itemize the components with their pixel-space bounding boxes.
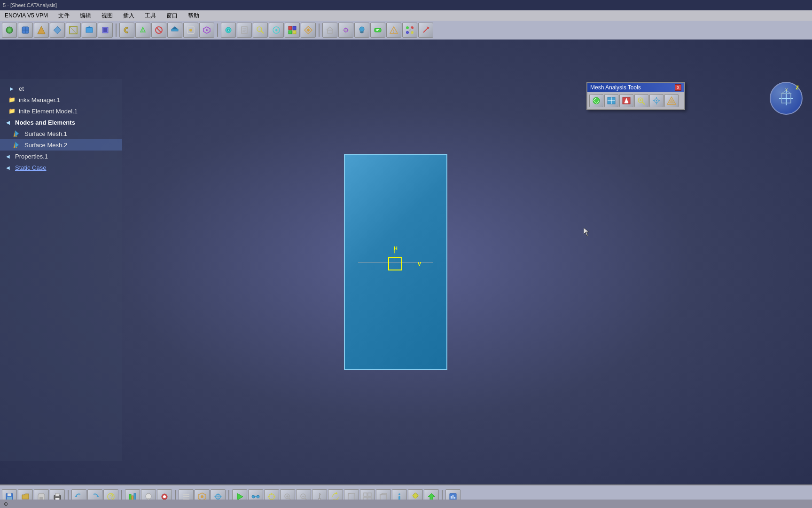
svg-point-103 (146, 493, 151, 499)
toolbar-btn-10[interactable] (151, 23, 166, 38)
tree-item-surface-mesh-2[interactable]: Surface Mesh.2 (0, 139, 122, 151)
toolbar-btn-18[interactable] (285, 23, 300, 38)
toolbar-btn-13[interactable] (199, 23, 214, 38)
svg-line-72 (642, 102, 645, 104)
svg-marker-151 (428, 493, 435, 500)
ma-btn-mesh[interactable] (589, 94, 603, 107)
toolbar-btn-20[interactable] (322, 23, 337, 38)
toolbar-btn-5[interactable] (66, 23, 81, 38)
mesh-analysis-tools-panel: Mesh Analysis Tools X (586, 82, 685, 110)
svg-line-60 (423, 28, 428, 32)
menu-file[interactable]: 文件 (55, 11, 72, 21)
ma-btn-quality[interactable] (604, 94, 618, 107)
toolbar-btn-9[interactable] (135, 23, 150, 38)
menu-bar: ENOVIA V5 VPM 文件 编辑 视图 插入 工具 窗口 帮助 (0, 10, 812, 21)
svg-point-75 (656, 100, 657, 102)
compass-indicator: Z Y (770, 82, 803, 115)
svg-rect-9 (86, 28, 93, 32)
svg-rect-37 (289, 31, 292, 34)
toolbar-btn-24[interactable] (386, 23, 401, 38)
toolbar-btn-4[interactable] (50, 23, 65, 38)
toolbar-btn-21[interactable] (338, 23, 353, 38)
tree-item-set[interactable]: ▶ et (0, 83, 122, 94)
svg-point-24 (206, 29, 208, 31)
svg-rect-36 (293, 26, 296, 30)
tree-arrow3-icon: ◀ (4, 152, 12, 160)
menu-window[interactable]: 窗口 (164, 11, 180, 21)
tree-item-links-manager[interactable]: 📁 inks Manager.1 (0, 94, 122, 105)
svg-point-22 (189, 29, 192, 32)
toolbar-btn-2[interactable] (18, 23, 33, 38)
toolbar-btn-22[interactable] (354, 23, 369, 38)
mesh-analysis-tools-row (587, 92, 684, 109)
toolbar-btn-23[interactable] (370, 23, 385, 38)
toolbar-sep-2 (217, 24, 218, 37)
svg-rect-138 (368, 493, 371, 496)
svg-rect-90 (8, 493, 11, 496)
tree-item-nodes-elements[interactable]: ◀ Nodes and Elements (0, 117, 122, 128)
main-viewport[interactable]: ▶ et 📁 inks Manager.1 📁 inite Element Mo… (0, 40, 812, 484)
svg-text:Y: Y (785, 87, 788, 92)
toolbar-btn-8[interactable] (119, 23, 134, 38)
tree-folder2-icon: 📁 (8, 107, 16, 115)
v-label: V (418, 261, 421, 267)
svg-text:?: ? (110, 493, 113, 500)
svg-point-73 (640, 99, 641, 101)
toolbar-btn-16[interactable] (253, 23, 268, 38)
toolbar-btn-1[interactable] (2, 23, 17, 38)
svg-point-32 (257, 27, 262, 32)
tree-item-static-case[interactable]: ◀ Static Case (0, 162, 122, 173)
svg-point-66 (593, 97, 600, 104)
svg-marker-97 (96, 495, 99, 497)
menu-tools[interactable]: 工具 (142, 11, 159, 21)
mesh-analysis-titlebar: Mesh Analysis Tools X (587, 83, 684, 92)
toolbar-btn-25[interactable] (402, 23, 417, 38)
tree-mesh2-icon (13, 141, 22, 149)
ma-btn-search[interactable] (634, 94, 648, 107)
svg-rect-38 (293, 31, 296, 34)
menu-enovia[interactable]: ENOVIA V5 VPM (2, 11, 51, 20)
menu-insert[interactable]: 插入 (120, 11, 137, 21)
svg-rect-137 (364, 493, 367, 496)
menu-view[interactable]: 视图 (99, 11, 116, 21)
menu-help[interactable]: 帮助 (185, 11, 202, 21)
ma-btn-settings[interactable] (649, 94, 664, 107)
svg-point-106 (163, 495, 166, 498)
ma-btn-highlight[interactable] (619, 94, 633, 107)
toolbar-btn-3[interactable] (34, 23, 49, 38)
svg-line-8 (70, 26, 77, 34)
toolbar-sep-1 (116, 24, 117, 37)
cursor-indicator (584, 228, 591, 237)
toolbar-btn-14[interactable] (221, 23, 236, 38)
svg-marker-17 (172, 26, 178, 29)
svg-rect-102 (134, 493, 136, 500)
toolbar-btn-26[interactable] (418, 23, 433, 38)
ma-btn-extra[interactable] (664, 94, 679, 107)
svg-marker-96 (75, 495, 78, 497)
toolbar-btn-17[interactable] (269, 23, 284, 38)
svg-rect-108 (183, 496, 189, 497)
title-bar: 5 - [Sheet.CATAnalysis] (0, 0, 812, 10)
svg-rect-94 (55, 493, 59, 496)
svg-rect-35 (289, 26, 292, 30)
coordinate-indicator: H ↑ V (372, 243, 419, 281)
svg-rect-48 (375, 28, 381, 32)
toolbar-btn-19[interactable] (301, 23, 316, 38)
tree-item-finite-element[interactable]: 📁 inite Element Model.1 (0, 105, 122, 117)
tree-item-surface-mesh-1[interactable]: Surface Mesh.1 (0, 128, 122, 139)
svg-point-27 (228, 30, 229, 31)
mesh-analysis-close-button[interactable]: X (675, 84, 681, 91)
toolbar-btn-6[interactable] (82, 23, 97, 38)
tree-arrow-icon: ▶ (8, 84, 16, 93)
svg-marker-40 (306, 28, 310, 32)
toolbar-btn-7[interactable] (98, 23, 113, 38)
toolbar-btn-15[interactable] (237, 23, 252, 38)
toolbar-btn-12[interactable] (183, 23, 198, 38)
svg-point-117 (257, 495, 259, 498)
toolbar-btn-11[interactable] (167, 23, 182, 38)
tree-item-properties[interactable]: ◀ Properties.1 (0, 151, 122, 162)
svg-marker-6 (54, 26, 61, 34)
svg-point-111 (201, 495, 203, 498)
menu-edit[interactable]: 编辑 (77, 11, 94, 21)
svg-point-146 (413, 493, 418, 498)
